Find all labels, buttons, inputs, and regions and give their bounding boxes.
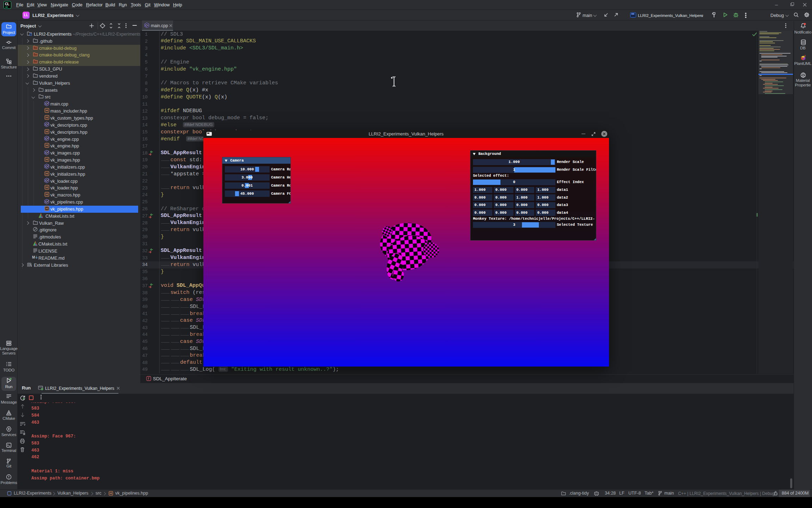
svg-text:C: C — [45, 165, 48, 168]
svg-text:C: C — [45, 102, 48, 105]
svg-text:M: M — [32, 255, 35, 259]
svg-text:C: C — [145, 24, 148, 27]
svg-text:C: C — [45, 123, 48, 126]
svg-text:C: C — [45, 200, 48, 203]
svg-text:C: C — [45, 151, 48, 154]
svg-text:C: C — [45, 179, 48, 182]
svg-text:C: C — [45, 137, 48, 140]
